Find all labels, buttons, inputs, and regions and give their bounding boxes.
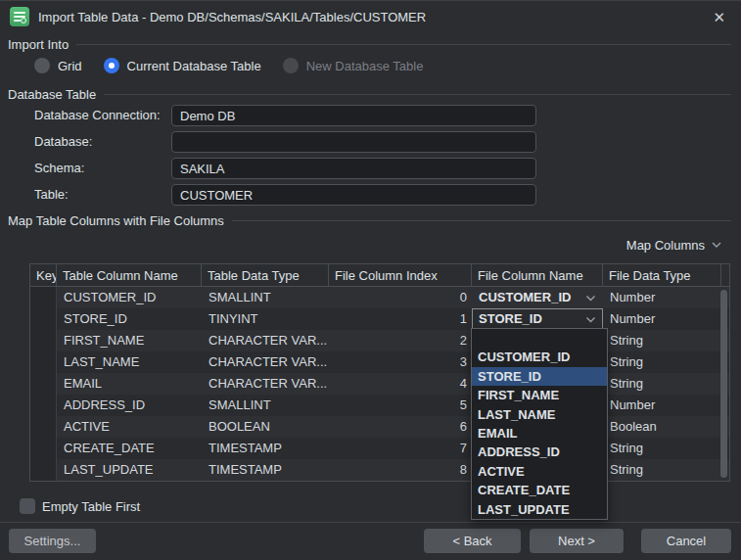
- field-row-schema: Schema:: [0, 158, 741, 179]
- empty-table-first-option[interactable]: Empty Table First: [20, 497, 140, 515]
- cell-table-column-name: ACTIVE: [57, 416, 202, 438]
- dropdown-item-create-date[interactable]: CREATE_DATE: [472, 481, 607, 499]
- cell-key: [30, 287, 57, 308]
- cell-table-data-type: TIMESTAMP: [202, 438, 329, 459]
- chevron-down-icon: [712, 242, 721, 248]
- cell-text: Boolean: [610, 419, 657, 434]
- back-button[interactable]: < Back: [424, 529, 521, 553]
- dropdown-item-customer-id[interactable]: CUSTOMER_ID: [472, 348, 607, 366]
- field-row-database: Database:: [0, 131, 741, 153]
- cell-key: [30, 416, 57, 438]
- field-input-database-connection[interactable]: [171, 105, 536, 126]
- column-header-table-column-name[interactable]: Table Column Name: [57, 264, 202, 286]
- settings-button[interactable]: Settings...: [9, 529, 96, 553]
- table-row-create-date[interactable]: CREATE_DATETIMESTAMP7String: [30, 438, 729, 459]
- cell-file-data-type: Number: [603, 395, 721, 416]
- radio-option-current-database-table[interactable]: Current Database Table: [104, 58, 261, 73]
- table-row-last-name[interactable]: LAST_NAMECHARACTER VAR...3String: [30, 351, 729, 373]
- table-row-address-id[interactable]: ADDRESS_IDSMALLINT5Number: [30, 395, 729, 416]
- cell-file-column-index: 8: [329, 459, 472, 481]
- cell-text: String: [610, 462, 643, 477]
- radio-grid[interactable]: [34, 58, 50, 73]
- cell-table-data-type: TINYINT: [202, 308, 329, 330]
- next-button[interactable]: Next >: [530, 529, 624, 553]
- cell-text: 1: [460, 311, 467, 326]
- dropdown-item-store-id[interactable]: STORE_ID: [472, 367, 607, 386]
- cell-table-data-type: TIMESTAMP: [202, 459, 329, 481]
- cell-file-column-index: 6: [329, 416, 472, 438]
- radio-label-grid: Grid: [58, 59, 82, 73]
- file-column-name-dropdown-list[interactable]: CUSTOMER_IDSTORE_IDFIRST_NAMELAST_NAMEEM…: [471, 328, 608, 520]
- dropdown-item-address-id[interactable]: ADDRESS_ID: [472, 443, 607, 461]
- cell-text: 5: [460, 397, 467, 412]
- column-header-key[interactable]: Key: [30, 264, 57, 286]
- cell-key: [30, 373, 57, 395]
- field-row-table: Table:: [0, 184, 741, 206]
- cell-file-data-type: String: [603, 373, 721, 395]
- map-columns-dropdown-button[interactable]: Map Columns: [626, 236, 721, 254]
- dropdown-item-last-name[interactable]: LAST_NAME: [472, 405, 607, 424]
- section-divider: [76, 44, 731, 45]
- cell-file-column-index: 7: [329, 438, 472, 459]
- field-input-table[interactable]: [171, 184, 536, 206]
- cell-text: CHARACTER VAR...: [208, 333, 327, 348]
- close-icon[interactable]: ✕: [709, 8, 729, 26]
- cell-text: SMALLINT: [208, 397, 271, 412]
- cell-text: CHARACTER VAR...: [208, 376, 327, 391]
- cell-key: [30, 395, 57, 416]
- table-row-customer-id[interactable]: CUSTOMER_IDSMALLINT0CUSTOMER_IDNumber: [30, 287, 729, 308]
- field-input-database[interactable]: [171, 131, 536, 153]
- field-label-table: Table:: [34, 187, 69, 202]
- table-header-row: KeyTable Column NameTable Data TypeFile …: [30, 264, 729, 287]
- vertical-scrollbar[interactable]: [720, 290, 727, 478]
- table-row-email[interactable]: EMAILCHARACTER VAR...4String: [30, 373, 729, 395]
- cell-text: 8: [460, 462, 467, 477]
- cell-table-column-name: FIRST_NAME: [57, 330, 202, 351]
- table-row-first-name[interactable]: FIRST_NAMECHARACTER VAR...2String: [30, 330, 729, 351]
- column-header-file-column-name[interactable]: File Column Name: [472, 264, 603, 286]
- cell-text: CHARACTER VAR...: [208, 354, 327, 369]
- cell-text: FIRST_NAME: [64, 333, 144, 348]
- database-table-section-header: Database Table: [8, 86, 731, 102]
- field-label-database-connection: Database Connection:: [34, 108, 161, 122]
- map-columns-section-label: Map Table Columns with File Columns: [8, 213, 224, 228]
- cell-key: [30, 308, 57, 330]
- field-label-schema: Schema:: [34, 161, 84, 175]
- radio-label-current-database-table: Current Database Table: [127, 59, 261, 73]
- cell-file-column-name[interactable]: STORE_ID: [472, 308, 603, 330]
- column-header-file-data-type[interactable]: File Data Type: [603, 264, 721, 286]
- footer-divider: [0, 522, 741, 523]
- cell-text: String: [610, 441, 643, 455]
- cell-file-column-index: 0: [329, 287, 472, 308]
- table-row-active[interactable]: ACTIVEBOOLEAN6Boolean: [30, 416, 729, 438]
- table-row-last-update[interactable]: LAST_UPDATETIMESTAMP8String: [30, 459, 729, 481]
- cell-text: CUSTOMER_ID: [64, 290, 156, 304]
- radio-label-new-database-table: New Database Table: [306, 59, 424, 73]
- dropdown-item-first-name[interactable]: FIRST_NAME: [472, 386, 607, 404]
- dropdown-item-active[interactable]: ACTIVE: [472, 462, 607, 481]
- cell-text: String: [610, 376, 643, 391]
- dropdown-item-blank[interactable]: [472, 329, 607, 348]
- chevron-down-icon: [585, 316, 596, 323]
- cell-text: 7: [460, 441, 467, 455]
- empty-table-first-checkbox[interactable]: [20, 498, 35, 514]
- cell-text: Number: [610, 290, 655, 304]
- cell-table-column-name: LAST_UPDATE: [57, 459, 202, 481]
- cell-table-column-name: CREATE_DATE: [57, 438, 202, 459]
- dropdown-item-last-update[interactable]: LAST_UPDATE: [472, 500, 607, 519]
- radio-option-grid[interactable]: Grid: [34, 58, 82, 73]
- cell-file-data-type: String: [603, 438, 721, 459]
- table-row-store-id[interactable]: STORE_IDTINYINT1STORE_IDNumber: [30, 308, 729, 330]
- column-mapping-table[interactable]: KeyTable Column NameTable Data TypeFile …: [29, 263, 730, 482]
- radio-current-database-table[interactable]: [104, 58, 119, 73]
- table-body: CUSTOMER_IDSMALLINT0CUSTOMER_IDNumberSTO…: [30, 287, 729, 481]
- cancel-button[interactable]: Cancel: [641, 529, 731, 553]
- dropdown-item-email[interactable]: EMAIL: [472, 424, 607, 443]
- cell-key: [30, 438, 57, 459]
- cell-file-column-name[interactable]: CUSTOMER_ID: [472, 287, 603, 308]
- cell-table-column-name: ADDRESS_ID: [57, 395, 202, 416]
- column-header-file-column-index[interactable]: File Column Index: [329, 264, 472, 286]
- column-header-table-data-type[interactable]: Table Data Type: [202, 264, 329, 286]
- cell-file-data-type: Number: [603, 308, 721, 330]
- field-input-schema[interactable]: [171, 158, 536, 179]
